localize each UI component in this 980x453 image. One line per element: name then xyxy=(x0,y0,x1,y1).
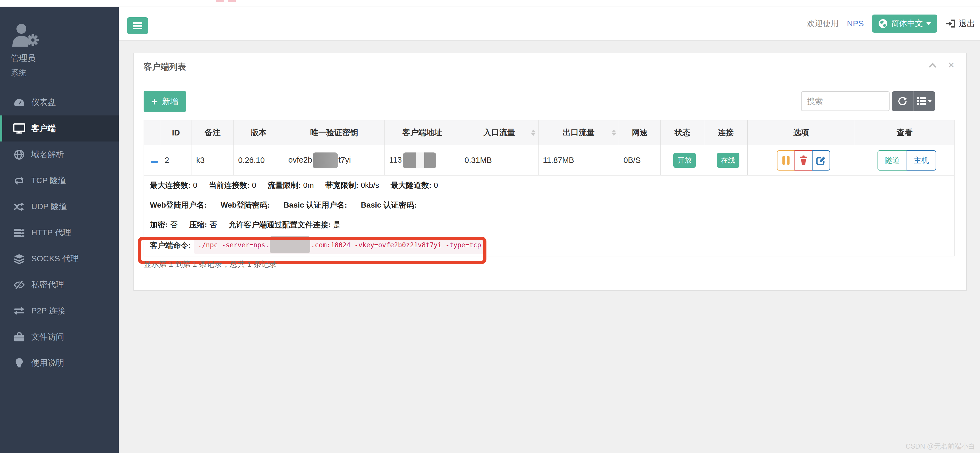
edit-icon xyxy=(816,155,826,165)
header-vkey[interactable]: 唯一验证密钥 xyxy=(284,120,385,145)
sidebar-item-label: 使用说明 xyxy=(31,357,64,368)
add-button-label: 新增 xyxy=(162,96,178,107)
brand-link[interactable]: NPS xyxy=(847,19,864,28)
redaction-blob xyxy=(313,153,338,168)
detail-label: Web登陆用户名: xyxy=(150,201,207,209)
panel-header: 客户端列表 ✕ xyxy=(134,53,966,79)
desktop-icon xyxy=(13,123,25,134)
welcome-text: 欢迎使用 xyxy=(807,18,838,29)
sidebar-item-file-access[interactable]: 文件访问 xyxy=(0,324,119,350)
language-dropdown-button[interactable]: 简体中文 xyxy=(872,14,937,33)
cell-speed: 0B/S xyxy=(619,145,661,175)
collapse-row-icon[interactable] xyxy=(151,161,158,163)
sidebar-item-label: HTTP 代理 xyxy=(31,227,71,238)
header-id[interactable]: ID xyxy=(160,120,192,145)
tunnel-button[interactable]: 隧道 xyxy=(878,150,907,171)
detail-value: 是 xyxy=(333,220,340,229)
detail-value: 0 xyxy=(434,181,438,190)
cell-version: 0.26.10 xyxy=(234,145,284,175)
command-code: ./npc -server=nps..com:18024 -vkey=ovfe2… xyxy=(194,237,485,254)
menu-toggle-button[interactable] xyxy=(127,17,148,34)
options-button-group xyxy=(777,150,830,171)
sort-icon[interactable] xyxy=(531,130,536,136)
command-label: 客户端命令: xyxy=(150,240,191,250)
sidebar-item-clients[interactable]: 客户端 xyxy=(0,115,119,142)
sidebar-item-domains[interactable]: 域名解析 xyxy=(0,142,119,167)
header-traffic-in[interactable]: 入口流量 xyxy=(460,120,539,145)
globe-icon xyxy=(878,19,888,29)
cell-traffic-in: 0.31MB xyxy=(460,145,539,175)
header-connection[interactable]: 连接 xyxy=(704,120,748,145)
header-traffic-in-label: 入口流量 xyxy=(484,128,515,137)
add-client-button[interactable]: + 新增 xyxy=(143,91,186,112)
cell-traffic-out: 11.87MB xyxy=(539,145,619,175)
command-code-prefix: ./npc -server=nps. xyxy=(198,241,269,249)
detail-line-credentials: Web登陆用户名: Web登陆密码: Basic 认证用户名: Basic 认证… xyxy=(144,195,954,215)
header-remark[interactable]: 备注 xyxy=(192,120,234,145)
header-speed[interactable]: 网速 xyxy=(619,120,661,145)
detail-value: 0m xyxy=(303,181,314,190)
sidebar-item-label: 域名解析 xyxy=(31,149,64,160)
collapse-icon[interactable] xyxy=(928,62,937,68)
sidebar-item-socks-proxy[interactable]: SOCKS 代理 xyxy=(0,246,119,272)
detail-label: Basic 认证密码: xyxy=(361,201,417,209)
sidebar-item-label: UDP 隧道 xyxy=(31,201,67,212)
sidebar-item-http-proxy[interactable]: HTTP 代理 xyxy=(0,220,119,246)
detail-label: 当前连接数: xyxy=(209,181,250,190)
sidebar-item-p2p[interactable]: P2P 连接 xyxy=(0,298,119,324)
pause-button[interactable] xyxy=(777,150,795,171)
cell-connection: 在线 xyxy=(704,145,748,175)
header-version[interactable]: 版本 xyxy=(234,120,284,145)
search-input[interactable] xyxy=(801,91,889,111)
sidebar-item-tcp-tunnel[interactable]: TCP 隧道 xyxy=(0,167,119,194)
logout-button[interactable]: 退出 xyxy=(945,18,975,29)
dashboard-icon xyxy=(13,98,25,107)
exchange-icon xyxy=(13,306,25,315)
detail-label: 最大连接数: xyxy=(150,181,191,190)
header-view[interactable]: 查看 xyxy=(855,120,955,145)
watermark: CSDN @无名前端小白 xyxy=(906,442,975,451)
detail-cell: 最大连接数:0 当前连接数:0 流量限制:0m 带宽限制:0kb/s 最大隧道数… xyxy=(144,175,955,257)
sidebar-item-label: 客户端 xyxy=(31,123,56,134)
cell-address: 113 xyxy=(385,145,460,175)
caret-down-icon xyxy=(926,22,931,25)
refresh-button[interactable] xyxy=(892,91,913,111)
sidebar: 管理员 系统 仪表盘 客户端 xyxy=(0,7,119,453)
cell-id: 2 xyxy=(160,145,192,175)
globe-icon xyxy=(13,149,25,160)
table-toolbar-buttons xyxy=(892,91,935,111)
detail-row: 最大连接数:0 当前连接数:0 流量限制:0m 带宽限制:0kb/s 最大隧道数… xyxy=(144,175,955,257)
detail-value: 0 xyxy=(252,181,256,190)
header-address[interactable]: 客户端地址 xyxy=(385,120,460,145)
delete-button[interactable] xyxy=(794,150,813,171)
sort-icon[interactable] xyxy=(612,130,616,136)
sign-out-icon xyxy=(945,19,956,28)
detail-label: Web登陆密码: xyxy=(221,201,270,209)
refresh-icon xyxy=(898,97,907,106)
sidebar-item-label: 私密代理 xyxy=(31,279,64,290)
browser-artifact xyxy=(216,0,224,2)
client-list-panel: 客户端列表 ✕ + 新增 xyxy=(134,53,967,291)
header-traffic-out[interactable]: 出口流量 xyxy=(539,120,619,145)
sidebar-item-udp-tunnel[interactable]: UDP 隧道 xyxy=(0,194,119,220)
host-button[interactable]: 主机 xyxy=(907,150,936,171)
columns-dropdown-button[interactable] xyxy=(913,91,935,111)
collapse-row-cell xyxy=(144,145,160,175)
status-badge: 开放 xyxy=(673,153,696,168)
topbar-right: 欢迎使用 NPS 简体中文 退出 xyxy=(807,7,975,40)
header-status[interactable]: 状态 xyxy=(661,120,704,145)
edit-button[interactable] xyxy=(812,150,830,171)
user-block: 管理员 系统 xyxy=(11,24,41,78)
close-icon[interactable]: ✕ xyxy=(948,61,955,69)
topbar: 欢迎使用 NPS 简体中文 退出 xyxy=(119,7,980,41)
caret-down-icon xyxy=(928,100,932,102)
sidebar-item-dashboard[interactable]: 仪表盘 xyxy=(0,89,119,115)
header-options[interactable]: 选项 xyxy=(748,120,855,145)
redaction-blob xyxy=(403,153,436,168)
logout-label: 退出 xyxy=(959,18,975,29)
cell-options xyxy=(748,145,855,175)
sidebar-item-private-proxy[interactable]: 私密代理 xyxy=(0,272,119,298)
sidebar-item-help[interactable]: 使用说明 xyxy=(0,350,119,376)
panel-tools: ✕ xyxy=(928,61,955,69)
detail-label: 压缩: xyxy=(189,220,207,229)
